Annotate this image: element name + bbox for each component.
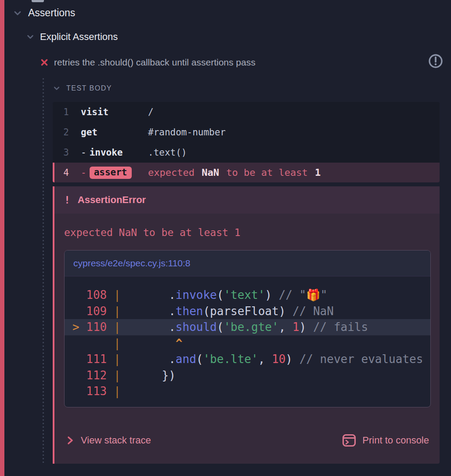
- command-method-name: visit: [81, 107, 108, 117]
- code-line: 109 | .then(parseFloat) // NaN: [72, 303, 430, 320]
- failed-indicator-bar: [0, 0, 4, 476]
- chevron-down-icon[interactable]: [53, 85, 60, 92]
- child-command-dash: -: [81, 147, 87, 158]
- chevron-down-icon[interactable]: [13, 9, 22, 18]
- command-method: -assert: [81, 167, 148, 179]
- command-number: 4: [54, 167, 69, 178]
- print-to-console-button[interactable]: Print to console: [342, 433, 429, 448]
- code-line: 112 | }): [72, 367, 430, 384]
- command-method-name: invoke: [90, 147, 123, 158]
- error-message: expected NaN to be at least 1: [64, 227, 440, 238]
- test-content-guide-line: [43, 78, 44, 464]
- command-row-invoke[interactable]: 3-invoke.text(): [53, 142, 440, 163]
- command-number: 3: [53, 147, 69, 158]
- command-method: -invoke: [81, 147, 148, 158]
- command-row-assert[interactable]: 4-assertexpected NaN to be at least 1: [53, 163, 440, 182]
- command-method-name: get: [81, 127, 97, 138]
- code-frame: cypress/e2e/spec.cy.js:110:8 108 | .invo…: [64, 250, 431, 407]
- command-number: 2: [53, 127, 69, 138]
- command-value: #random-number: [148, 127, 226, 138]
- scroll-remnant: [32, 0, 44, 2]
- command-method: get: [81, 127, 148, 138]
- assert-badge: assert: [90, 167, 132, 179]
- code-line: | ^: [72, 335, 430, 352]
- code-line: 113 |: [72, 383, 430, 400]
- command-number: 1: [53, 107, 69, 117]
- code-frame-file-link[interactable]: cypress/e2e/spec.cy.js:110:8: [73, 258, 191, 269]
- failed-test-header[interactable]: retries the .should() callback until ass…: [40, 57, 256, 68]
- chevron-right-icon: [67, 436, 74, 445]
- view-stack-trace-label: View stack trace: [81, 435, 151, 446]
- code-line: 108 | .invoke('text') // "🎁": [72, 287, 430, 303]
- test-body-header[interactable]: TEST BODY: [53, 84, 112, 92]
- test-title: retries the .should() callback until ass…: [54, 57, 256, 68]
- code-frame-header: cypress/e2e/spec.cy.js:110:8: [65, 251, 430, 276]
- view-stack-trace-button[interactable]: View stack trace: [67, 435, 151, 446]
- error-bang-icon: !: [64, 194, 70, 206]
- print-to-console-label: Print to console: [362, 435, 429, 446]
- suite-title: Assertions: [28, 7, 75, 19]
- command-value: /: [148, 107, 154, 117]
- suite-header-explicit-assertions[interactable]: Explicit Assertions: [26, 31, 118, 43]
- error-footer: View stack trace Print to console: [67, 433, 429, 448]
- test-body-label: TEST BODY: [66, 84, 112, 92]
- command-log: 1visit/2get#random-number3-invoke.text()…: [53, 102, 440, 182]
- code-line: > 110 | .should('be.gte', 1) // fails: [65, 319, 430, 335]
- suite-header-assertions[interactable]: Assertions: [13, 7, 75, 19]
- assert-message: expected NaN to be at least 1: [148, 167, 322, 178]
- code-line: 111 | .and('be.lte', 10) // never evalua…: [72, 351, 430, 367]
- suite-title: Explicit Assertions: [40, 31, 118, 43]
- command-row-visit[interactable]: 1visit/: [53, 102, 440, 122]
- alert-circle-icon[interactable]: [428, 53, 444, 69]
- chevron-down-icon[interactable]: [26, 33, 34, 41]
- error-name: AssertionError: [78, 194, 146, 206]
- child-command-dash: -: [81, 167, 87, 178]
- test-failed-x-icon: [40, 58, 48, 66]
- error-panel: ! AssertionError expected NaN to be at l…: [53, 186, 440, 464]
- command-row-get[interactable]: 2get#random-number: [53, 122, 440, 142]
- command-value: .text(): [148, 147, 187, 158]
- command-method: visit: [81, 107, 148, 117]
- cypress-command-log: Assertions Explicit Assertions retries t…: [0, 0, 451, 476]
- terminal-icon: [342, 433, 357, 448]
- error-header[interactable]: ! AssertionError: [54, 186, 440, 214]
- code-lines: 108 | .invoke('text') // "🎁" 109 | .then…: [65, 276, 430, 407]
